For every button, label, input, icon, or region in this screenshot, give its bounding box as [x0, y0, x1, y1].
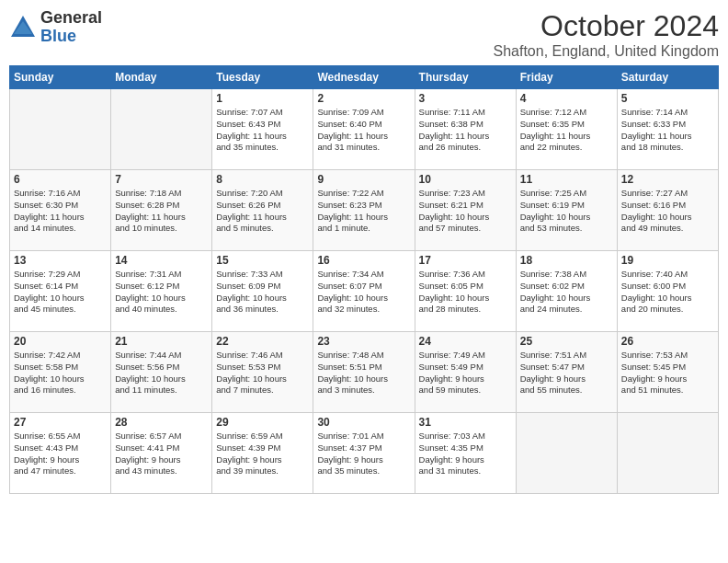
day-number: 27	[14, 416, 107, 429]
calendar-cell: 5Sunrise: 7:14 AM Sunset: 6:33 PM Daylig…	[617, 89, 718, 170]
calendar-cell: 16Sunrise: 7:34 AM Sunset: 6:07 PM Dayli…	[313, 251, 415, 332]
header-cell-monday: Monday	[111, 66, 212, 89]
week-row-1: 1Sunrise: 7:07 AM Sunset: 6:43 PM Daylig…	[10, 89, 719, 170]
logo: General Blue	[9, 9, 102, 46]
cell-info: Sunrise: 7:49 AM Sunset: 5:49 PM Dayligh…	[419, 350, 512, 396]
cell-info: Sunrise: 7:23 AM Sunset: 6:21 PM Dayligh…	[419, 188, 512, 235]
cell-info: Sunrise: 7:40 AM Sunset: 6:00 PM Dayligh…	[621, 269, 714, 316]
calendar-cell: 1Sunrise: 7:07 AM Sunset: 6:43 PM Daylig…	[212, 89, 313, 170]
calendar-cell: 28Sunrise: 6:57 AM Sunset: 4:41 PM Dayli…	[111, 413, 212, 494]
day-number: 16	[317, 254, 410, 267]
header-cell-tuesday: Tuesday	[212, 66, 313, 89]
calendar-cell: 24Sunrise: 7:49 AM Sunset: 5:49 PM Dayli…	[415, 332, 516, 413]
calendar-cell: 7Sunrise: 7:18 AM Sunset: 6:28 PM Daylig…	[111, 170, 212, 251]
calendar-body: 1Sunrise: 7:07 AM Sunset: 6:43 PM Daylig…	[10, 89, 719, 494]
calendar-cell: 25Sunrise: 7:51 AM Sunset: 5:47 PM Dayli…	[516, 332, 617, 413]
header-cell-sunday: Sunday	[10, 66, 111, 89]
cell-info: Sunrise: 7:34 AM Sunset: 6:07 PM Dayligh…	[317, 269, 410, 316]
cell-info: Sunrise: 7:33 AM Sunset: 6:09 PM Dayligh…	[216, 269, 309, 316]
calendar-cell: 31Sunrise: 7:03 AM Sunset: 4:35 PM Dayli…	[415, 413, 516, 494]
day-number: 10	[419, 173, 512, 186]
cell-info: Sunrise: 7:09 AM Sunset: 6:40 PM Dayligh…	[317, 107, 410, 154]
cell-info: Sunrise: 7:14 AM Sunset: 6:33 PM Dayligh…	[621, 107, 714, 154]
calendar-cell: 12Sunrise: 7:27 AM Sunset: 6:16 PM Dayli…	[617, 170, 718, 251]
cell-info: Sunrise: 6:55 AM Sunset: 4:43 PM Dayligh…	[14, 431, 107, 477]
day-number: 31	[419, 416, 512, 429]
day-number: 23	[317, 335, 410, 348]
calendar-cell: 18Sunrise: 7:38 AM Sunset: 6:02 PM Dayli…	[516, 251, 617, 332]
cell-info: Sunrise: 7:36 AM Sunset: 6:05 PM Dayligh…	[419, 269, 512, 316]
cell-info: Sunrise: 7:11 AM Sunset: 6:38 PM Dayligh…	[419, 107, 512, 154]
day-number: 6	[14, 173, 107, 186]
day-number: 17	[419, 254, 512, 267]
calendar-cell: 27Sunrise: 6:55 AM Sunset: 4:43 PM Dayli…	[10, 413, 111, 494]
calendar-cell: 8Sunrise: 7:20 AM Sunset: 6:26 PM Daylig…	[212, 170, 313, 251]
cell-info: Sunrise: 7:12 AM Sunset: 6:35 PM Dayligh…	[520, 107, 613, 154]
cell-info: Sunrise: 7:03 AM Sunset: 4:35 PM Dayligh…	[419, 431, 512, 477]
day-number: 5	[621, 92, 714, 105]
cell-info: Sunrise: 7:31 AM Sunset: 6:12 PM Dayligh…	[115, 269, 208, 316]
day-number: 14	[115, 254, 208, 267]
calendar-cell: 10Sunrise: 7:23 AM Sunset: 6:21 PM Dayli…	[415, 170, 516, 251]
calendar-cell	[516, 413, 617, 494]
cell-info: Sunrise: 7:27 AM Sunset: 6:16 PM Dayligh…	[621, 188, 714, 235]
calendar-cell: 17Sunrise: 7:36 AM Sunset: 6:05 PM Dayli…	[415, 251, 516, 332]
calendar-cell: 26Sunrise: 7:53 AM Sunset: 5:45 PM Dayli…	[617, 332, 718, 413]
day-number: 13	[14, 254, 107, 267]
header-row: SundayMondayTuesdayWednesdayThursdayFrid…	[10, 66, 719, 89]
day-number: 24	[419, 335, 512, 348]
calendar-cell: 14Sunrise: 7:31 AM Sunset: 6:12 PM Dayli…	[111, 251, 212, 332]
calendar-cell: 29Sunrise: 6:59 AM Sunset: 4:39 PM Dayli…	[212, 413, 313, 494]
logo-text: General Blue	[40, 9, 102, 46]
title-area: October 2024 Shafton, England, United Ki…	[494, 9, 720, 60]
week-row-3: 13Sunrise: 7:29 AM Sunset: 6:14 PM Dayli…	[10, 251, 719, 332]
cell-info: Sunrise: 6:57 AM Sunset: 4:41 PM Dayligh…	[115, 431, 208, 477]
cell-info: Sunrise: 7:22 AM Sunset: 6:23 PM Dayligh…	[317, 188, 410, 235]
calendar-cell	[617, 413, 718, 494]
cell-info: Sunrise: 7:51 AM Sunset: 5:47 PM Dayligh…	[520, 350, 613, 396]
day-number: 1	[216, 92, 309, 105]
calendar-cell: 21Sunrise: 7:44 AM Sunset: 5:56 PM Dayli…	[111, 332, 212, 413]
cell-info: Sunrise: 7:01 AM Sunset: 4:37 PM Dayligh…	[317, 431, 410, 477]
calendar-subtitle: Shafton, England, United Kingdom	[494, 43, 720, 60]
cell-info: Sunrise: 7:46 AM Sunset: 5:53 PM Dayligh…	[216, 350, 309, 396]
header-cell-friday: Friday	[516, 66, 617, 89]
week-row-2: 6Sunrise: 7:16 AM Sunset: 6:30 PM Daylig…	[10, 170, 719, 251]
calendar-cell: 30Sunrise: 7:01 AM Sunset: 4:37 PM Dayli…	[313, 413, 415, 494]
day-number: 30	[317, 416, 410, 429]
day-number: 15	[216, 254, 309, 267]
calendar-cell: 6Sunrise: 7:16 AM Sunset: 6:30 PM Daylig…	[10, 170, 111, 251]
day-number: 9	[317, 173, 410, 186]
logo-icon	[9, 14, 37, 41]
week-row-4: 20Sunrise: 7:42 AM Sunset: 5:58 PM Dayli…	[10, 332, 719, 413]
calendar-cell: 3Sunrise: 7:11 AM Sunset: 6:38 PM Daylig…	[415, 89, 516, 170]
header-cell-saturday: Saturday	[617, 66, 718, 89]
cell-info: Sunrise: 7:07 AM Sunset: 6:43 PM Dayligh…	[216, 107, 309, 154]
cell-info: Sunrise: 7:25 AM Sunset: 6:19 PM Dayligh…	[520, 188, 613, 235]
header-cell-wednesday: Wednesday	[313, 66, 415, 89]
day-number: 19	[621, 254, 714, 267]
calendar-cell: 11Sunrise: 7:25 AM Sunset: 6:19 PM Dayli…	[516, 170, 617, 251]
day-number: 21	[115, 335, 208, 348]
day-number: 20	[14, 335, 107, 348]
calendar-cell: 22Sunrise: 7:46 AM Sunset: 5:53 PM Dayli…	[212, 332, 313, 413]
cell-info: Sunrise: 6:59 AM Sunset: 4:39 PM Dayligh…	[216, 431, 309, 477]
day-number: 7	[115, 173, 208, 186]
calendar-table: SundayMondayTuesdayWednesdayThursdayFrid…	[9, 65, 719, 494]
day-number: 2	[317, 92, 410, 105]
cell-info: Sunrise: 7:53 AM Sunset: 5:45 PM Dayligh…	[621, 350, 714, 396]
day-number: 29	[216, 416, 309, 429]
calendar-cell: 9Sunrise: 7:22 AM Sunset: 6:23 PM Daylig…	[313, 170, 415, 251]
day-number: 18	[520, 254, 613, 267]
logo-blue-text: Blue	[40, 28, 102, 46]
day-number: 28	[115, 416, 208, 429]
calendar-cell: 23Sunrise: 7:48 AM Sunset: 5:51 PM Dayli…	[313, 332, 415, 413]
header-cell-thursday: Thursday	[415, 66, 516, 89]
day-number: 26	[621, 335, 714, 348]
calendar-title: October 2024	[494, 9, 720, 43]
header: General Blue October 2024 Shafton, Engla…	[9, 9, 719, 60]
calendar-cell: 15Sunrise: 7:33 AM Sunset: 6:09 PM Dayli…	[212, 251, 313, 332]
logo-general-text: General	[40, 9, 102, 28]
cell-info: Sunrise: 7:20 AM Sunset: 6:26 PM Dayligh…	[216, 188, 309, 235]
cell-info: Sunrise: 7:44 AM Sunset: 5:56 PM Dayligh…	[115, 350, 208, 396]
